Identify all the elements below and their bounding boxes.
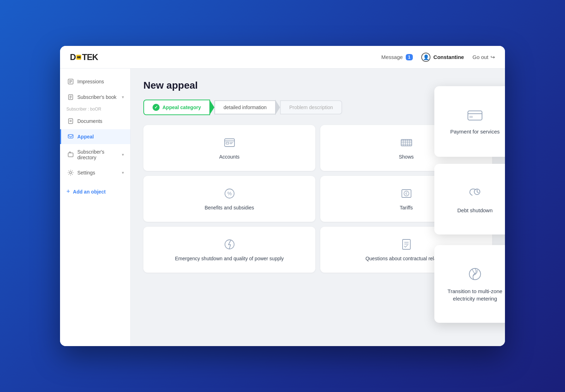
settings-icon: [67, 170, 74, 176]
add-icon: +: [66, 188, 70, 195]
message-label: Message: [381, 54, 403, 60]
add-object-button[interactable]: + Add an object: [60, 184, 130, 200]
step-arrow-2: [275, 100, 280, 115]
logo-d: D: [70, 52, 76, 62]
emergency-label: Emergency shutdown and quality of power …: [175, 255, 284, 262]
subscriber-directory-chevron: ▾: [122, 152, 124, 157]
sidebar-item-impressions[interactable]: Impressions: [60, 74, 130, 89]
shows-label: Shows: [399, 154, 414, 160]
svg-point-16: [70, 172, 72, 174]
documents-label: Documents: [77, 118, 102, 124]
main-content: New appeal ✓ Appeal category detailed in…: [131, 69, 505, 346]
step-problem-description: Problem description: [280, 100, 342, 114]
svg-rect-39: [468, 111, 482, 120]
subscriber-book-chevron: ▾: [122, 95, 124, 100]
svg-rect-11: [69, 119, 73, 124]
svg-rect-2: [79, 56, 81, 58]
payment-label: Payment for services: [445, 128, 505, 135]
subscriber-directory-label: Subscriber's directory: [77, 149, 118, 160]
category-card-accounts[interactable]: Accounts: [143, 125, 315, 171]
sidebar-item-subscriber-directory[interactable]: Subscriber's directory ▾: [60, 145, 130, 165]
add-object-label: Add an object: [73, 189, 106, 195]
logout-button[interactable]: Go out ↪: [472, 54, 495, 60]
svg-rect-14: [68, 135, 73, 138]
subscriber-info-label: Subscriber : boOR: [66, 107, 101, 112]
user-name: Constantine: [433, 54, 464, 60]
logout-label: Go out: [472, 54, 488, 60]
step-1-label: Appeal category: [162, 105, 201, 110]
step-2-label: detailed information: [224, 105, 267, 110]
accounts-icon: [223, 136, 236, 149]
step-detailed-info[interactable]: detailed information: [214, 100, 276, 114]
impressions-label: Impressions: [77, 79, 104, 84]
logo: D TEK: [70, 52, 98, 62]
svg-rect-15: [68, 153, 73, 157]
svg-rect-19: [226, 142, 229, 144]
contractual-icon: [400, 238, 413, 251]
benefits-label: Benefits and subsidies: [204, 204, 254, 211]
header-right: Message 1 👤 Constantine Go out ↪: [381, 53, 495, 62]
benefits-icon: %: [223, 187, 236, 200]
multizone-icon: [466, 266, 483, 283]
header: D TEK Message 1 👤 Constantine Go out: [60, 46, 505, 69]
settings-label: Settings: [77, 170, 95, 176]
body: Impressions Subscriber's book ▾ Subscrib…: [60, 69, 505, 346]
sidebar-item-subscriber-book[interactable]: Subscriber's book ▾: [60, 90, 130, 105]
svg-rect-40: [469, 116, 473, 118]
svg-rect-36: [403, 239, 410, 249]
message-button[interactable]: Message 1: [381, 54, 413, 60]
sidebar-item-documents[interactable]: Documents: [60, 114, 130, 129]
user-avatar-icon: 👤: [421, 53, 430, 62]
user-menu[interactable]: 👤 Constantine: [421, 53, 464, 62]
svg-rect-1: [77, 56, 79, 58]
step-arrow-1: [209, 100, 214, 115]
appeal-label: Appeal: [77, 134, 94, 139]
step-check-icon: ✓: [153, 104, 160, 111]
shows-icon: [400, 136, 413, 149]
impressions-icon: [67, 78, 74, 85]
subscriber-directory-icon: [67, 152, 74, 158]
tariffs-icon: €: [400, 187, 413, 200]
subscriber-info: Subscriber : boOR: [60, 105, 130, 113]
tariffs-label: Tariffs: [400, 204, 413, 211]
category-card-benefits[interactable]: % Benefits and subsidies: [143, 176, 315, 222]
logout-icon: ↪: [490, 54, 495, 60]
emergency-icon: [223, 238, 236, 251]
subscriber-book-label: Subscriber's book: [77, 94, 117, 100]
logo-icon: [76, 53, 82, 61]
step-3-label: Problem description: [289, 105, 333, 110]
sidebar-item-appeal[interactable]: Appeal: [60, 129, 130, 144]
svg-text:%: %: [227, 191, 231, 196]
payment-icon: [466, 108, 483, 123]
settings-chevron: ▾: [122, 170, 124, 175]
debt-icon: [466, 185, 483, 202]
multizone-label: Transition to multi-zone electricity met…: [434, 287, 505, 302]
debt-label: Debt shutdown: [452, 207, 498, 214]
appeal-icon: [67, 133, 74, 140]
float-card-debt[interactable]: Debt shutdown: [434, 164, 505, 234]
float-card-payment[interactable]: Payment for services: [434, 86, 505, 157]
svg-point-43: [474, 273, 476, 275]
sidebar: Impressions Subscriber's book ▾ Subscrib…: [60, 69, 131, 346]
documents-icon: [67, 118, 74, 124]
logo-tek: TEK: [82, 52, 98, 62]
sidebar-item-settings[interactable]: Settings ▾: [60, 165, 130, 180]
step-appeal-category[interactable]: ✓ Appeal category: [143, 100, 210, 115]
accounts-label: Accounts: [219, 154, 240, 160]
message-badge: 1: [406, 54, 413, 60]
category-card-emergency[interactable]: Emergency shutdown and quality of power …: [143, 227, 315, 273]
browser-window: D TEK Message 1 👤 Constantine Go out: [60, 46, 505, 346]
float-card-multizone[interactable]: Transition to multi-zone electricity met…: [434, 245, 505, 323]
svg-text:€: €: [405, 192, 408, 196]
subscriber-book-icon: [67, 94, 74, 100]
